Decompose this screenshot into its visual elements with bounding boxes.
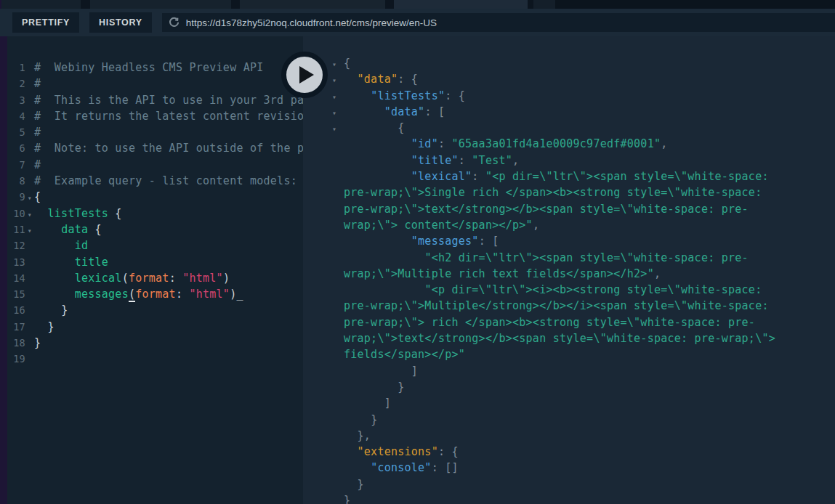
code-line: 13 title (7, 254, 303, 270)
code-line: }, (303, 428, 835, 444)
fold-arrow-icon[interactable]: ▾ (332, 121, 344, 137)
code-text: { (344, 57, 350, 70)
code-line: "extensions": { (303, 444, 835, 460)
line-number: 17 (7, 319, 25, 335)
code-text: id (34, 239, 88, 252)
url-bar (162, 13, 835, 32)
line-number: 10 (7, 206, 25, 221)
code-line: wrap;\">text</strong></b><span style=\"w… (303, 330, 835, 346)
code-text: "data": [ (344, 105, 445, 118)
code-line: pre-wrap;\">text</strong></b><span style… (303, 201, 835, 217)
line-number: 9 (7, 189, 25, 205)
code-text: } (34, 336, 41, 349)
code-text: messages(format: "html")_ (34, 288, 243, 301)
line-number: 15 (7, 286, 25, 302)
code-line: wrap;\">Multiple rich text fields</span>… (303, 266, 835, 282)
fold-arrow-icon[interactable]: ▾ (25, 223, 34, 239)
code-text: pre-wrap;\"> rich </span><b><strong styl… (344, 316, 755, 329)
fold-arrow-icon[interactable]: ▾ (332, 89, 344, 105)
code-text: data { (34, 223, 102, 236)
endpoint-url-input[interactable] (186, 17, 829, 28)
code-line: } (303, 492, 835, 504)
code-line: ▾ "listTests": { (303, 88, 835, 104)
code-text: ] (344, 365, 418, 378)
tab[interactable] (90, 0, 231, 9)
code-line: "console": [] (303, 460, 835, 476)
code-line: ] (303, 395, 835, 411)
code-line: 2# (7, 76, 303, 92)
code-text: "data": { (344, 73, 418, 86)
code-line: "title": "Test", (303, 153, 835, 168)
fold-arrow-icon[interactable]: ▾ (332, 57, 344, 73)
code-text: wrap;\"> content</span></p>", (344, 219, 539, 232)
code-text: "listTests": { (344, 89, 465, 102)
code-text: "<p dir=\"ltr\"><i><b><strong style=\"wh… (344, 283, 762, 296)
code-text: "title": "Test", (344, 154, 519, 167)
code-text: # (34, 158, 41, 171)
code-text: "<h2 dir=\"ltr\"><span style=\"white-spa… (344, 251, 749, 264)
code-line: 11▾ data { (7, 221, 303, 237)
code-line: 9▾{ (7, 189, 303, 205)
code-line: 6# Note: to use the API outside of the p… (7, 140, 303, 156)
code-text: # Example query - list content models: (34, 174, 297, 187)
code-text: # This is the API to use in your 3rd pa (34, 94, 303, 107)
code-line: pre-wrap;\"> rich </span><b><strong styl… (303, 314, 835, 330)
code-line: fields</span></p>" (303, 346, 835, 362)
tab[interactable] (533, 0, 555, 9)
code-text: title (34, 256, 108, 269)
code-text: "messages": [ (344, 235, 499, 248)
code-line: 12 id (7, 237, 303, 253)
code-line: 1# Webiny Headless CMS Preview API (7, 60, 303, 76)
code-line: 18} (7, 335, 303, 351)
line-number: 4 (7, 108, 25, 124)
tab-bar-empty (555, 0, 835, 9)
code-text: # (34, 126, 41, 139)
line-number: 1 (7, 60, 25, 76)
code-line: 15 messages(format: "html")_ (7, 286, 303, 302)
history-button[interactable]: HISTORY (89, 12, 152, 33)
code-text: listTests { (34, 207, 122, 220)
prettify-button[interactable]: PRETTIFY (12, 12, 79, 33)
code-line: wrap;\"> content</span></p>", (303, 217, 835, 233)
fold-arrow-icon[interactable]: ▾ (25, 190, 34, 206)
code-line: "messages": [ (303, 233, 835, 249)
result-viewer: ▾{▾ "data": {▾ "listTests": {▾ "data": [… (303, 36, 835, 504)
code-text: pre-wrap;\">Single rich </span><b><stron… (344, 186, 762, 199)
tab-strip (0, 0, 835, 9)
tab[interactable] (240, 0, 385, 9)
code-line: pre-wrap;\">Multiple</strong></b></i><sp… (303, 298, 835, 314)
play-icon (299, 66, 314, 84)
code-line: ▾ "data": [ (303, 104, 835, 120)
execute-query-button[interactable] (281, 52, 328, 98)
code-line: "id": "65aa3a01fd4a1e0009c97edf#0001", (303, 136, 835, 152)
code-line: ▾ "data": { (303, 71, 835, 87)
code-text: # Note: to use the API outside of the pl (34, 142, 303, 155)
line-number: 14 (7, 270, 25, 286)
code-line: 4# It returns the latest content revisio… (7, 108, 303, 124)
tab[interactable] (1, 0, 81, 9)
line-number: 5 (7, 124, 25, 140)
code-text: } (344, 381, 405, 394)
fold-arrow-icon[interactable]: ▾ (332, 73, 344, 89)
code-line: } (303, 476, 835, 492)
code-text: }, (344, 429, 371, 442)
fold-arrow-icon[interactable]: ▾ (25, 207, 34, 223)
fold-arrow-icon[interactable]: ▾ (332, 105, 344, 121)
code-line: 3# This is the API to use in your 3rd pa (7, 92, 303, 108)
code-text: } (344, 478, 364, 491)
code-line: 17 } (7, 319, 303, 335)
code-text: # (34, 77, 41, 90)
code-line: "lexical": "<p dir=\"ltr\"><span style=\… (303, 168, 835, 184)
code-line: } (303, 412, 835, 428)
tab[interactable] (394, 0, 528, 9)
code-text: { (34, 190, 41, 203)
code-text: wrap;\">Multiple rich text fields</span>… (344, 267, 661, 280)
code-text: ] (344, 397, 391, 410)
code-text: # Webiny Headless CMS Preview API (34, 61, 264, 74)
code-line: 14 lexical(format: "html") (7, 270, 303, 286)
code-text: } (34, 304, 68, 317)
code-line: 7# (7, 157, 303, 173)
query-editor[interactable]: 1# Webiny Headless CMS Preview API2#3# T… (7, 36, 303, 504)
code-text: # It returns the latest content revision (34, 110, 303, 123)
code-text: lexical(format: "html") (34, 272, 230, 285)
